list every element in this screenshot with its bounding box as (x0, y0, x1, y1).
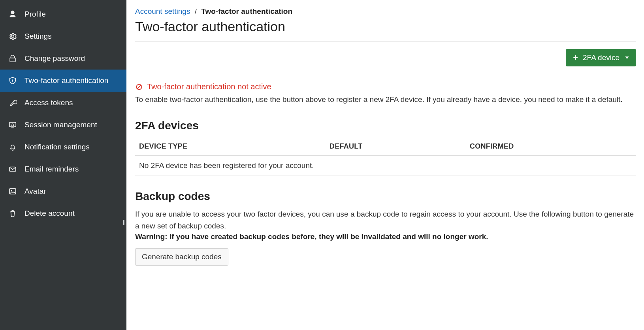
trash-icon (8, 209, 17, 218)
chevron-down-icon (625, 57, 629, 59)
generate-backup-codes-button[interactable]: Generate backup codes (135, 248, 228, 266)
sidebar-item-label: Email reminders (24, 165, 79, 173)
user-icon (8, 9, 17, 19)
sidebar-item-two-factor-authentication[interactable]: Two-factor authentication (0, 70, 126, 92)
sidebar-item-label: Two-factor authentication (24, 76, 108, 85)
sidebar-item-change-password[interactable]: Change password (0, 47, 126, 70)
sidebar-item-label: Change password (24, 54, 85, 63)
devices-table: DEVICE TYPE DEFAULT CONFIRMED No 2FA dev… (135, 138, 636, 176)
session-icon (8, 120, 17, 130)
breadcrumb-parent-link[interactable]: Account settings (135, 7, 190, 15)
devices-header-confirmed: CONFIRMED (466, 138, 636, 156)
devices-header-device-type: DEVICE TYPE (135, 138, 326, 156)
bell-icon (8, 142, 17, 152)
devices-empty-row: No 2FA device has been registered for yo… (135, 156, 636, 176)
sidebar-item-avatar[interactable]: Avatar (0, 180, 126, 202)
devices-header-default: DEFAULT (326, 138, 466, 156)
sidebar-item-notification-settings[interactable]: Notification settings (0, 136, 126, 158)
sidebar: Profile Settings Change password Two-fac… (0, 0, 126, 330)
sidebar-item-email-reminders[interactable]: Email reminders (0, 158, 126, 180)
gear-icon (8, 32, 17, 41)
alert-title: Two-factor authentication not active (147, 82, 271, 91)
devices-section-title: 2FA devices (135, 119, 636, 132)
backup-warning-label: Warning: (135, 232, 168, 241)
mail-icon (8, 164, 17, 174)
sidebar-item-label: Delete account (24, 209, 75, 218)
plus-icon: + (573, 53, 578, 62)
sidebar-collapse-handle[interactable]: || (123, 219, 124, 225)
devices-empty-message: No 2FA device has been registered for yo… (135, 156, 636, 176)
main-content: Account settings / Two-factor authentica… (126, 0, 644, 330)
page-title: Two-factor authentication (135, 19, 636, 34)
sidebar-item-settings[interactable]: Settings (0, 25, 126, 47)
sidebar-item-delete-account[interactable]: Delete account (0, 202, 126, 224)
backup-warning-text: If you have created backup codes before,… (169, 232, 488, 241)
divider (135, 41, 636, 42)
backup-codes-section-title: Backup codes (135, 190, 636, 203)
forbidden-icon (135, 83, 143, 91)
breadcrumb: Account settings / Two-factor authentica… (135, 7, 636, 16)
sidebar-item-access-tokens[interactable]: Access tokens (0, 92, 126, 114)
backup-codes-warning: Warning: If you have created backup code… (135, 232, 636, 241)
sidebar-item-session-management[interactable]: Session management (0, 114, 126, 136)
sidebar-item-label: Settings (24, 32, 52, 41)
key-icon (8, 98, 17, 107)
sidebar-item-label: Access tokens (24, 98, 73, 107)
image-icon (8, 187, 17, 196)
sidebar-item-label: Notification settings (24, 143, 90, 151)
lock-icon (8, 54, 17, 63)
add-2fa-device-label: 2FA device (583, 53, 620, 62)
sidebar-item-profile[interactable]: Profile (0, 3, 126, 25)
breadcrumb-separator: / (195, 7, 197, 15)
sidebar-item-label: Profile (24, 10, 46, 19)
breadcrumb-current: Two-factor authentication (201, 7, 292, 15)
add-2fa-device-button[interactable]: + 2FA device (566, 49, 636, 66)
toolbar: + 2FA device (135, 49, 636, 66)
sidebar-item-label: Avatar (24, 187, 46, 196)
sidebar-item-label: Session management (24, 121, 97, 129)
backup-codes-description: If you are unable to access your two fac… (135, 208, 636, 232)
shield-icon (8, 76, 17, 85)
alert-description: To enable two-factor authentication, use… (135, 94, 636, 105)
inactive-2fa-alert: Two-factor authentication not active (135, 82, 636, 91)
